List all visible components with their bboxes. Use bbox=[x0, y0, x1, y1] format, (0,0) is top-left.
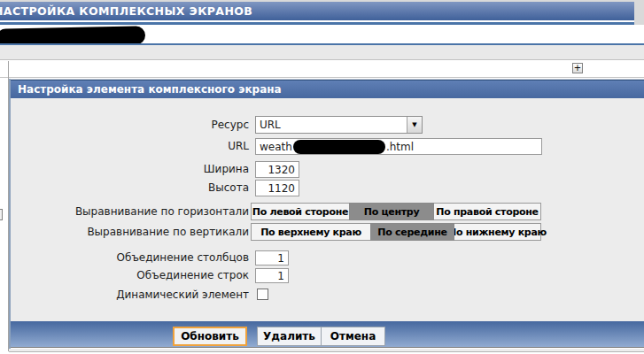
expand-button[interactable]: + bbox=[572, 63, 583, 73]
dialog-title: Настройка элемента комплексного экрана bbox=[18, 81, 282, 98]
url-value-suffix: .html bbox=[386, 141, 414, 153]
page-container: НАСТРОЙКА КОМПЛЕКСНЫХ ЭКРАНОВ + Настройк… bbox=[0, 0, 644, 354]
valign-middle-button[interactable]: По середине bbox=[370, 223, 454, 241]
resource-select-value: URL bbox=[256, 119, 407, 131]
toolbar-bar bbox=[0, 45, 644, 60]
page-title: НАСТРОЙКА КОМПЛЕКСНЫХ ЭКРАНОВ bbox=[0, 2, 252, 21]
dialog-bottom-strip bbox=[9, 349, 644, 352]
rowspan-label: Объединение строк bbox=[0, 268, 249, 283]
header-divider bbox=[0, 22, 634, 25]
page-header: НАСТРОЙКА КОМПЛЕКСНЫХ ЭКРАНОВ bbox=[0, 2, 634, 21]
valign-top-button[interactable]: По верхнему краю bbox=[251, 223, 371, 241]
halign-group: По левой стороне По центру По правой сто… bbox=[251, 203, 541, 220]
height-input[interactable]: 1120 bbox=[255, 180, 299, 196]
delete-button[interactable]: Удалить bbox=[257, 327, 322, 346]
valign-bottom-button[interactable]: По нижнему краю bbox=[454, 223, 541, 241]
url-label: URL bbox=[0, 138, 249, 155]
url-value-prefix: weath bbox=[260, 141, 292, 153]
width-input[interactable]: 1320 bbox=[255, 161, 299, 178]
halign-left-button[interactable]: По левой стороне bbox=[251, 203, 350, 220]
valign-label: Выравнивание по вертикали bbox=[0, 223, 249, 241]
chevron-down-icon[interactable]: ▼ bbox=[407, 117, 422, 133]
cancel-button[interactable]: Отмена bbox=[321, 327, 385, 346]
valign-group: По верхнему краю По середине По нижнему … bbox=[251, 223, 541, 241]
resource-label: Ресурс bbox=[0, 116, 249, 134]
update-button[interactable]: Обновить bbox=[173, 327, 247, 346]
dynamic-label: Динамический элемент bbox=[0, 289, 249, 301]
url-input[interactable]: weath .html bbox=[255, 138, 542, 155]
colspan-input[interactable]: 1 bbox=[255, 250, 289, 266]
width-label: Ширина bbox=[0, 161, 249, 178]
height-label: Высота bbox=[0, 180, 249, 196]
halign-center-button[interactable]: По центру bbox=[349, 203, 434, 220]
header-right-corner bbox=[634, 2, 644, 25]
resource-select[interactable]: URL ▼ bbox=[255, 116, 423, 134]
rowspan-input[interactable]: 1 bbox=[255, 268, 289, 283]
redaction-mark bbox=[293, 140, 385, 154]
colspan-label: Объединение столбцов bbox=[0, 250, 249, 266]
halign-right-button[interactable]: По правой стороне bbox=[433, 203, 541, 220]
dynamic-element-checkbox[interactable] bbox=[257, 289, 268, 300]
table-header-row bbox=[0, 61, 644, 78]
halign-label: Выравнивание по горизонтали bbox=[0, 203, 249, 220]
dialog-header: Настройка элемента комплексного экрана bbox=[11, 80, 644, 98]
